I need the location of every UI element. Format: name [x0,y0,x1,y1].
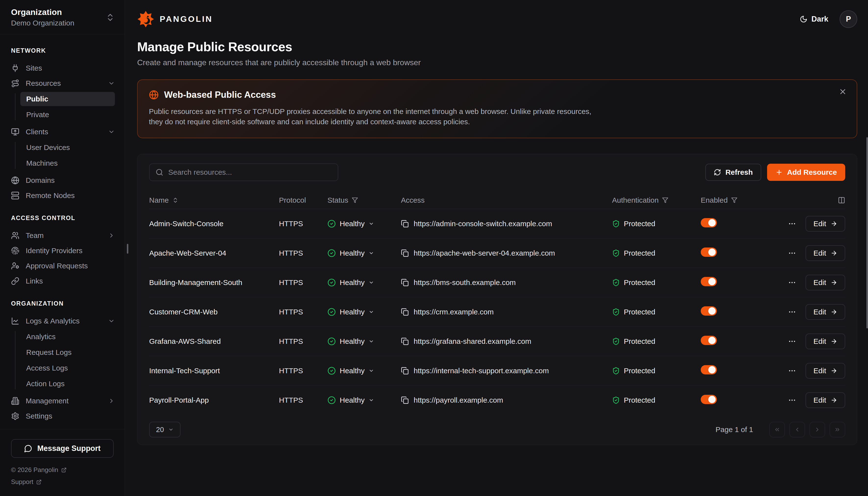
resource-url[interactable]: https://admin-console-switch.example.com [414,220,552,228]
column-header-enabled[interactable]: Enabled [701,196,759,204]
sidebar-item-label: Team [26,231,44,240]
search-input[interactable] [149,164,338,181]
enabled-toggle[interactable] [701,395,717,404]
message-support-button[interactable]: Message Support [11,439,114,458]
row-menu-button[interactable] [788,396,796,404]
resource-url[interactable]: https://apache-web-server-04.example.com [414,249,555,257]
page-size-select[interactable]: 20 [149,422,180,437]
column-header-authentication[interactable]: Authentication [612,196,701,204]
status-dropdown[interactable]: Healthy [327,367,401,375]
row-menu-button[interactable] [788,278,796,287]
sidebar-item-resources[interactable]: Resources [11,76,115,91]
column-settings-button[interactable] [759,197,845,204]
copy-url-button[interactable] [401,220,409,228]
copy-url-button[interactable] [401,249,409,257]
refresh-button[interactable]: Refresh [705,164,761,181]
column-header-status[interactable]: Status [327,196,401,204]
copy-url-button[interactable] [401,367,409,375]
org-switcher[interactable]: Organization Demo Organization [0,0,125,34]
sidebar-item-private[interactable]: Private [20,108,115,122]
sidebar-item-settings[interactable]: Settings [11,408,115,424]
sidebar-item-analytics[interactable]: Analytics [20,330,115,344]
sidebar-item-public[interactable]: Public [20,92,115,106]
resource-url[interactable]: https://crm.example.com [414,308,494,316]
status-dropdown[interactable]: Healthy [327,308,401,316]
enabled-toggle[interactable] [701,277,717,286]
sidebar-footer: Message Support © 2026 Pangolin Support [0,429,125,496]
sidebar-resize-handle[interactable] [127,244,128,254]
copy-url-button[interactable] [401,279,409,286]
sidebar-item-logs-analytics[interactable]: Logs & Analytics [11,313,115,329]
next-page-button[interactable] [809,422,825,437]
row-menu-button[interactable] [788,367,796,375]
enabled-toggle[interactable] [701,248,717,257]
sidebar-item-team[interactable]: Team [11,228,115,243]
copy-url-button[interactable] [401,338,409,345]
resource-url[interactable]: https://internal-tech-support.example.co… [414,367,549,375]
previous-page-button[interactable] [789,422,805,437]
banner-close-button[interactable] [839,87,848,96]
row-menu-button[interactable] [788,220,796,228]
last-page-button[interactable] [830,422,845,437]
resource-access: https://grafana-shared.example.com [401,337,612,345]
edit-button[interactable]: Edit [806,216,845,232]
enabled-toggle[interactable] [701,218,717,228]
resource-protocol: HTTPS [279,308,327,316]
edit-button[interactable]: Edit [806,392,845,408]
copyright-link[interactable]: © 2026 Pangolin [11,466,114,474]
arrow-right-icon [831,367,837,374]
copy-url-button[interactable] [401,396,409,404]
resource-url[interactable]: https://grafana-shared.example.com [414,337,531,345]
sidebar-item-domains[interactable]: Domains [11,173,115,188]
status-dropdown[interactable]: Healthy [327,278,401,287]
row-menu-button[interactable] [788,249,796,257]
sidebar-item-access-logs[interactable]: Access Logs [20,361,115,375]
sidebar-item-remote-nodes[interactable]: Remote Nodes [11,188,115,203]
resource-url[interactable]: https://bms-south.example.com [414,278,516,287]
org-switcher-label: Organization [11,7,74,17]
enabled-toggle[interactable] [701,306,717,316]
add-resource-button[interactable]: Add Resource [767,164,845,181]
sidebar-subitems: AnalyticsRequest LogsAccess LogsAction L… [11,330,115,391]
chevron-down-icon [108,80,115,87]
enabled-toggle[interactable] [701,365,717,374]
edit-label: Edit [814,308,826,316]
sidebar-item-clients[interactable]: Clients [11,124,115,139]
first-page-button[interactable] [769,422,785,437]
sidebar-item-management[interactable]: Management [11,393,115,408]
sidebar-item-links[interactable]: Links [11,274,115,289]
sidebar-item-approval-requests[interactable]: Approval Requests [11,258,115,274]
edit-button[interactable]: Edit [806,245,845,261]
sidebar-item-machines[interactable]: Machines [20,156,115,170]
status-dropdown[interactable]: Healthy [327,396,401,404]
enabled-toggle[interactable] [701,336,717,345]
sidebar-item-user-devices[interactable]: User Devices [20,140,115,155]
support-link[interactable]: Support [11,478,114,486]
sidebar-item-action-logs[interactable]: Action Logs [20,377,115,391]
edit-button[interactable]: Edit [806,304,845,320]
row-menu-button[interactable] [788,308,796,316]
resource-enabled-cell [701,277,759,288]
sidebar-item-request-logs[interactable]: Request Logs [20,345,115,359]
sidebar-item-identity-providers[interactable]: Identity Providers [11,243,115,258]
authentication-label: Protected [624,337,655,345]
edit-button[interactable]: Edit [806,363,845,378]
user-cog-icon [11,262,19,270]
globe-icon [149,90,159,100]
row-menu-button[interactable] [788,337,796,345]
row-actions: Edit [759,275,845,290]
sidebar-item-sites[interactable]: Sites [11,61,115,76]
avatar[interactable]: P [840,10,857,28]
copy-url-button[interactable] [401,308,409,316]
edit-button[interactable]: Edit [806,275,845,290]
resource-url[interactable]: https://payroll.example.com [414,396,503,404]
edit-button[interactable]: Edit [806,334,845,349]
resource-enabled-cell [701,395,759,406]
column-header-name[interactable]: Name [149,196,279,204]
page-scrollbar-thumb[interactable] [867,137,868,328]
status-dropdown[interactable]: Healthy [327,249,401,257]
table-row: Admin-Switch-Console HTTPS Healthy https… [149,209,845,238]
status-dropdown[interactable]: Healthy [327,337,401,345]
theme-toggle[interactable]: Dark [800,15,828,24]
status-dropdown[interactable]: Healthy [327,220,401,228]
